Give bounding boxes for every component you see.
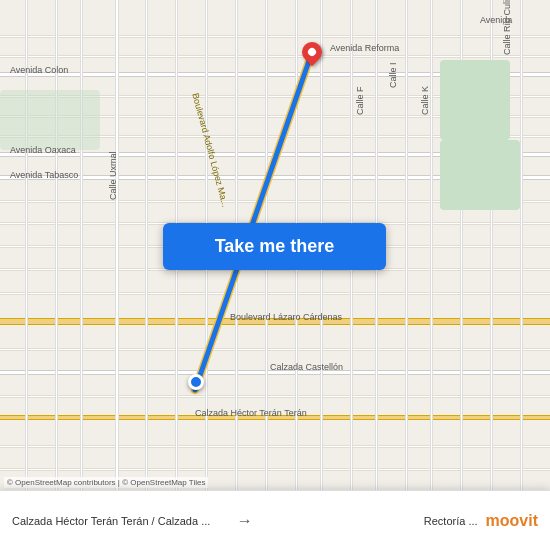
map-container: Avenida Colon Avenida Oaxaca Avenida Tab… <box>0 0 550 550</box>
map-background: Avenida Colon Avenida Oaxaca Avenida Tab… <box>0 0 550 550</box>
label-calle-f: Calle F <box>355 86 365 115</box>
map-attribution: © OpenStreetMap contributors | © OpenStr… <box>4 477 208 488</box>
to-location-label: Rectoría ... <box>263 515 478 527</box>
label-avenida-tabasco: Avenida Tabasco <box>10 170 78 180</box>
label-calle-i: Calle I <box>388 62 398 88</box>
label-calle-rio: Calle Río Culiacán <box>502 0 512 55</box>
label-avenida-oaxaca: Avenida Oaxaca <box>10 145 76 155</box>
label-calzada-castellon: Calzada Castellón <box>270 362 343 372</box>
label-calle-uxmal: Calle Uxmal <box>108 151 118 200</box>
arrow-icon: → <box>237 512 253 530</box>
label-calle-k: Calle K <box>420 86 430 115</box>
label-avenida-reforma: Avenida Reforma <box>330 43 399 53</box>
moovit-logo: moovit <box>486 512 538 530</box>
label-calzada-hector: Calzada Héctor Terán Terán <box>195 408 307 418</box>
from-location-label: Calzada Héctor Terán Terán / Calzada ... <box>12 515 227 527</box>
moovit-logo-text: moovit <box>486 512 538 529</box>
label-avenida-colon: Avenida Colon <box>10 65 68 75</box>
label-blvd-adolfo: Boulevard Adolfo López Ma... <box>190 92 230 208</box>
origin-pin <box>188 374 204 390</box>
bottom-navigation-bar: Calzada Héctor Terán Terán / Calzada ...… <box>0 490 550 550</box>
take-me-there-button[interactable]: Take me there <box>163 223 386 270</box>
label-blvd-lazaro: Boulevard Lázaro Cárdenas <box>230 312 342 322</box>
